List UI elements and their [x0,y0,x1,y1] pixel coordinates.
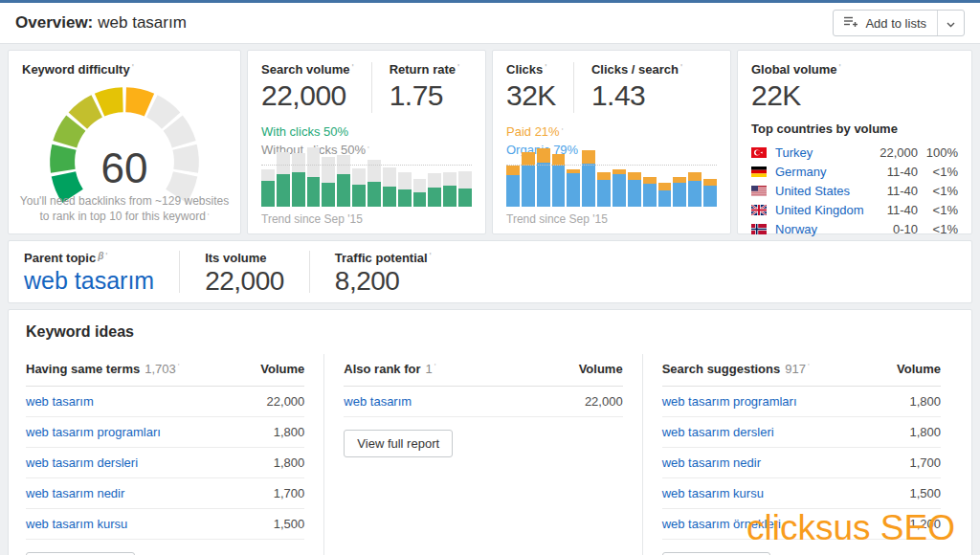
info-icon: ' [208,211,210,221]
info-icon: ' [808,362,810,371]
trend-bar [643,147,657,207]
list-plus-icon [844,15,858,31]
country-link[interactable]: Norway [775,222,864,236]
keyword-link[interactable]: web tasarım dersleri [26,455,138,470]
clicks-card: Clicks' 32K Clicks / search' 1.43 Paid 2… [492,50,731,234]
keyword-link[interactable]: web tasarım programları [662,394,797,409]
country-link[interactable]: United States [775,184,864,198]
trend-bar [261,147,275,207]
average-reference-line [506,165,717,166]
parent-topic-link[interactable]: web tasarım [24,267,154,295]
country-link[interactable]: Germany [775,165,864,179]
traffic-potential-value: 8,200 [335,266,432,297]
result-count: 1 [426,362,433,376]
trend-bar [522,147,535,207]
result-count: 1,703 [145,362,176,376]
keyword-volume: 1,500 [274,517,305,531]
flag-united-states-icon [751,186,767,196]
keyword-row: web tasarım nedir1,700 [26,478,304,509]
country-percent: 100% [918,145,958,160]
keyword-volume: 22,000 [267,394,305,409]
parent-topic-row: Parent topicβ' web tasarım Its volume 22… [8,240,972,303]
with-clicks-label: With clicks 50% [261,122,472,141]
info-icon: ' [545,62,546,72]
trend-bar [582,147,595,207]
volume-header: Volume [579,362,623,376]
trend-bar [398,147,412,207]
keyword-volume: 1,800 [274,455,305,470]
return-rate-value: 1.75 [390,78,460,113]
trend-bar [413,147,427,207]
trend-bar [292,147,305,207]
add-to-lists-label: Add to lists [865,16,926,31]
trend-bar [322,147,335,207]
info-icon: ' [105,251,107,260]
return-rate-stat: Return rate' 1.75 [371,62,460,113]
beta-badge: β [98,251,103,261]
keyword-row: web tasarım programları1,800 [26,417,304,448]
country-volume: 11-40 [864,184,918,198]
clicks-bars [506,147,717,207]
country-percent: <1% [918,222,958,236]
flag-united-kingdom-icon [751,205,767,215]
country-link[interactable]: Turkey [775,145,864,160]
keyword-link[interactable]: web tasarım dersleri [662,425,774,439]
keyword-row: web tasarım22,000 [344,387,622,417]
info-icon: ' [457,62,459,72]
trend-bar [658,147,672,207]
trend-bar [383,147,396,207]
trend-bar [277,147,290,207]
info-icon: ' [839,62,841,72]
keyword-link[interactable]: web tasarım kursu [662,486,764,500]
add-to-lists-button-group: Add to lists [833,10,965,36]
country-row: Germany 11-40 <1% [751,162,958,181]
keyword-link[interactable]: web tasarım nedir [26,486,124,500]
difficulty-caption: You'll need backlinks from ~129 websites… [16,193,233,224]
trend-bar [368,147,381,207]
trend-bar [337,147,350,207]
trend-bar [688,147,702,207]
country-link[interactable]: United Kingdom [775,203,864,217]
trend-bar [612,147,626,207]
top-countries-table: Turkey 22,000 100% Germany 11-40 <1% Uni… [751,143,958,238]
country-volume: 0-10 [864,222,918,236]
info-icon: ' [430,251,432,260]
keyword-link[interactable]: web tasarım [344,394,412,409]
country-volume: 11-40 [864,203,918,217]
keyword-link[interactable]: web tasarım programları [26,425,161,439]
search-volume-stats: Search volume' 22,000 Return rate' 1.75 [261,62,472,113]
also-rank-for-column: Also rank for1' Volume web tasarım22,000… [324,354,642,555]
flag-norway-icon [751,224,767,234]
keyword-difficulty-label: Keyword difficulty' [22,62,227,77]
country-volume: 22,000 [864,145,918,160]
info-icon: ' [132,62,134,72]
column-header: Search suggestions917' Volume [662,354,941,387]
column-header: Having same terms1,703' Volume [26,354,304,387]
keyword-link[interactable]: web tasarım [26,394,94,409]
keyword-volume: 22,000 [585,394,623,409]
trend-bar [597,147,611,207]
clicks-per-search-value: 1.43 [591,78,682,113]
keyword-volume: 1,800 [274,425,305,439]
keyword-row: web tasarım dersleri1,800 [662,417,941,448]
country-percent: <1% [918,184,958,198]
add-to-lists-dropdown-button[interactable] [938,11,964,35]
trend-bar [537,147,550,207]
trend-bar [552,147,566,207]
keyword-link[interactable]: web tasarım kursu [26,517,127,531]
page-title: Overview:web tasarım [15,13,187,33]
trend-bar [506,147,520,207]
trend-bar [458,147,472,207]
global-volume-label: Global volume' [751,62,958,77]
search-volume-value: 22,000 [261,78,354,113]
clicks-value: 32K [506,78,556,113]
traffic-potential-stat: Traffic potential' 8,200 [309,251,457,293]
view-full-report-button[interactable]: View full report [344,430,453,457]
trend-bar [628,147,641,207]
keyword-volume: 1,800 [909,394,941,409]
keyword-link[interactable]: web tasarım nedir [662,455,761,470]
add-to-lists-button[interactable]: Add to lists [834,11,938,35]
info-icon: ' [434,362,436,371]
volume-header: Volume [260,362,304,376]
trend-bar [352,147,366,207]
